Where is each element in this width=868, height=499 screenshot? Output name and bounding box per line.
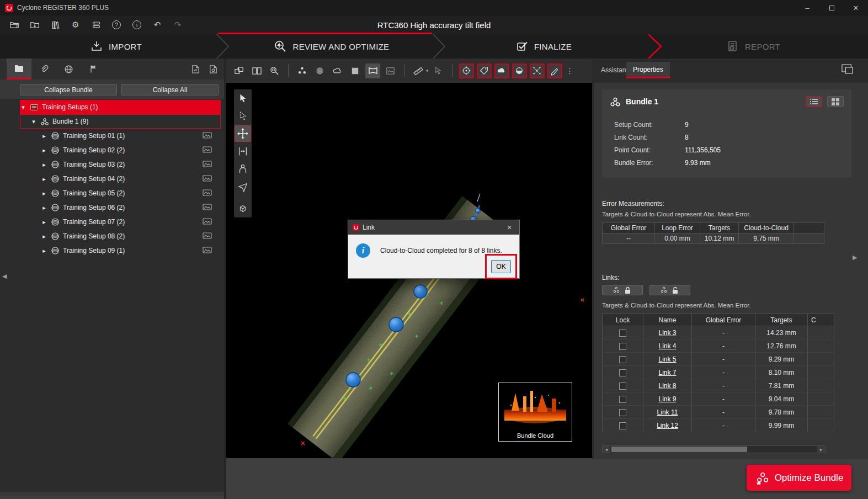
lock-checkbox[interactable] — [619, 330, 626, 337]
links-row[interactable]: Link 11 - 9.78 mm — [603, 406, 834, 419]
links-row[interactable]: Link 3 - 14.23 mm — [603, 326, 834, 339]
cloud-tool-icon[interactable] — [494, 63, 509, 78]
tree-item-setup-08[interactable]: ▸ Training Setup 08 (2) — [20, 229, 221, 243]
lock-checkbox[interactable] — [619, 383, 626, 390]
tree-item-setup-04[interactable]: ▸ Training Setup 04 (2) — [20, 172, 221, 186]
tree-item-setup-06[interactable]: ▸ Training Setup 06 (2) — [20, 200, 221, 215]
undo-icon[interactable]: ↶ — [152, 19, 163, 30]
link-name[interactable]: Link 3 — [658, 329, 676, 337]
dialog-close-icon[interactable]: ✕ — [504, 224, 515, 231]
pano-view-icon[interactable] — [365, 63, 380, 78]
err-col-header[interactable]: Loop Error — [655, 223, 700, 233]
chevron-right-icon[interactable]: ▸ — [41, 219, 47, 226]
lock-links-button[interactable] — [602, 285, 643, 295]
links-col-lock[interactable]: Lock — [603, 314, 643, 326]
tag-tool-icon[interactable] — [477, 63, 492, 78]
lock-checkbox[interactable] — [619, 422, 626, 429]
chevron-right-icon[interactable]: ▸ — [41, 233, 47, 240]
tab-import[interactable]: IMPORT — [39, 34, 193, 59]
pan-tool-icon[interactable] — [235, 125, 251, 142]
sphere-view-icon[interactable] — [312, 63, 327, 78]
tab-project-files[interactable] — [7, 59, 31, 79]
expand-right-panel-arrow[interactable]: ▶ — [853, 254, 857, 261]
tab-finalize[interactable]: FINALIZE — [452, 34, 635, 59]
links-row[interactable]: Link 4 - 12.76 mm — [603, 339, 834, 353]
sphere-tool-icon[interactable] — [512, 63, 527, 78]
chevron-right-icon[interactable]: ▸ — [41, 247, 47, 254]
links-col-targets[interactable]: Targets — [755, 314, 808, 326]
tree-item-setup-02[interactable]: ▸ Training Setup 02 (2) — [20, 143, 221, 157]
solid-view-icon[interactable] — [348, 63, 363, 78]
link-name[interactable]: Link 5 — [658, 355, 676, 363]
link-name[interactable]: Link 7 — [658, 369, 676, 376]
tab-report[interactable]: REPORT — [670, 34, 836, 59]
pano-thumbnail-icon[interactable] — [203, 189, 212, 197]
annotate-tool-icon[interactable] — [547, 63, 562, 78]
pano-thumbnail-icon[interactable] — [203, 146, 212, 153]
toolbar-overflow-icon[interactable]: ⋮ — [566, 66, 574, 75]
layout-toggle-icon[interactable] — [839, 61, 856, 77]
chevron-right-icon[interactable]: ▸ — [41, 132, 47, 140]
scroll-thumb[interactable] — [611, 447, 747, 452]
scroll-track[interactable] — [610, 446, 817, 453]
cursor-tool-icon[interactable] — [235, 90, 251, 107]
tab-properties[interactable]: Properties — [626, 62, 670, 78]
chevron-right-icon[interactable]: ▸ — [41, 176, 47, 183]
link-name[interactable]: Link 4 — [658, 342, 676, 350]
tree-item-setup-07[interactable]: ▸ Training Setup 07 (2) — [20, 215, 221, 229]
cloud-view-icon[interactable] — [330, 63, 345, 78]
align-tool-icon[interactable] — [235, 143, 251, 160]
pano-panel-icon[interactable] — [206, 62, 220, 76]
tab-gis[interactable] — [56, 59, 81, 79]
err-col-header[interactable]: Cloud-to-Cloud — [739, 223, 794, 233]
cube-view-icon[interactable] — [235, 200, 251, 217]
links-row[interactable]: Link 9 - 9.04 mm — [603, 392, 834, 406]
tab-review-and-optimize[interactable]: REVIEW AND OPTIMIZE — [237, 34, 425, 59]
chevron-down-icon[interactable]: ▾ — [30, 118, 37, 125]
info-icon[interactable]: i — [131, 19, 142, 30]
lock-checkbox[interactable] — [619, 369, 626, 376]
links-col-global-error[interactable]: Global Error — [692, 314, 755, 326]
links-row[interactable]: Link 12 - 9.99 mm — [603, 419, 834, 432]
chevron-down-icon[interactable]: ▾ — [20, 104, 26, 111]
storage-icon[interactable] — [90, 19, 102, 30]
images-panel-icon[interactable] — [189, 62, 202, 76]
links-hscrollbar[interactable]: ◂ ▸ — [602, 445, 826, 453]
split-view-icon[interactable] — [249, 63, 264, 78]
link-name[interactable]: Link 9 — [658, 395, 676, 403]
pano-thumbnail-icon[interactable] — [203, 160, 212, 168]
ok-button[interactable]: OK — [491, 260, 511, 273]
chevron-right-icon[interactable]: ▸ — [41, 147, 47, 154]
links-row[interactable]: Link 8 - 7.81 mm — [603, 379, 834, 392]
pano-thumbnail-icon[interactable] — [203, 203, 212, 211]
select-region-tool-icon[interactable] — [235, 108, 251, 124]
pano-thumbnail-icon[interactable] — [203, 232, 212, 240]
tree-item-setup-09[interactable]: ▸ Training Setup 09 (1) — [20, 243, 221, 258]
zoom-region-icon[interactable] — [267, 63, 282, 78]
lock-checkbox[interactable] — [619, 409, 626, 416]
measure-icon[interactable] — [411, 63, 425, 78]
redo-icon[interactable]: ↷ — [172, 19, 183, 30]
maximize-button[interactable] — [819, 0, 844, 15]
collapse-all-button[interactable]: Collapse All — [121, 84, 219, 95]
lock-checkbox[interactable] — [619, 396, 626, 403]
tab-tags[interactable] — [81, 59, 106, 79]
tree-item-training-setups[interactable]: ▾ Training Setups (1) — [20, 100, 221, 114]
fly-tool-icon[interactable] — [235, 178, 251, 195]
link-name[interactable]: Link 8 — [658, 382, 676, 390]
optimize-bundle-button[interactable]: Optimize Bundle — [747, 465, 851, 491]
tab-attachments[interactable] — [31, 59, 56, 79]
links-row[interactable]: Link 5 - 9.29 mm — [603, 353, 834, 366]
tree-item-setup-01[interactable]: ▸ Training Setup 01 (1) — [20, 129, 221, 143]
chevron-right-icon[interactable]: ▸ — [41, 204, 47, 211]
library-icon[interactable] — [50, 19, 61, 30]
tree-item-bundle-1[interactable]: ▾ Bundle 1 (9) — [20, 114, 221, 129]
import-project-icon[interactable] — [29, 19, 40, 30]
tree-item-setup-03[interactable]: ▸ Training Setup 03 (2) — [20, 157, 221, 172]
measure-dropdown-caret[interactable]: ▾ — [426, 68, 429, 73]
links-row[interactable]: Link 7 - 8.10 mm — [603, 366, 834, 379]
pano-thumbnail-icon[interactable] — [203, 174, 212, 182]
lock-checkbox[interactable] — [619, 356, 626, 363]
unlock-links-button[interactable] — [649, 285, 690, 295]
settings-gear-icon[interactable]: ⚙ — [70, 19, 81, 30]
